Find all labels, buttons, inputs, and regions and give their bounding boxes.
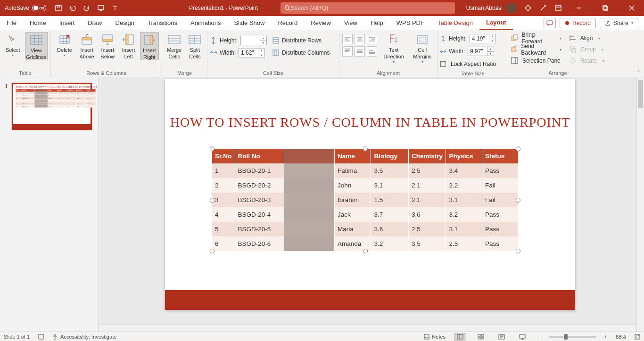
th-status[interactable]: Status xyxy=(482,149,518,163)
td-chem[interactable]: 3.5 xyxy=(67,105,77,108)
save-icon[interactable] xyxy=(55,4,62,12)
zoom-slider[interactable] xyxy=(549,336,596,338)
slideshow-view-button[interactable] xyxy=(516,333,528,341)
td-phys[interactable]: 2.5 xyxy=(76,105,86,108)
td-name[interactable]: Fatima xyxy=(334,163,371,178)
td-srno[interactable]: 2 xyxy=(212,178,235,193)
align-middle-button[interactable] xyxy=(355,46,365,57)
td-chem[interactable]: 3.6 xyxy=(408,207,446,222)
canvas-area[interactable]: HOW TO INSERT ROWS / COLUMN IN TABLE IN … xyxy=(99,77,644,332)
align-left-button[interactable] xyxy=(342,34,353,44)
td-srno[interactable]: 4 xyxy=(212,207,235,222)
tab-file[interactable]: File xyxy=(0,16,23,30)
td-name[interactable]: Amanda xyxy=(48,105,57,108)
slide[interactable]: HOW TO INSERT ROWS / COLUMN IN TABLE IN … xyxy=(165,79,575,310)
slide-sorter-view-button[interactable] xyxy=(475,333,487,341)
record-button[interactable]: Record xyxy=(560,18,596,28)
td-bio[interactable]: 3.5 xyxy=(371,163,409,178)
tab-help[interactable]: Help xyxy=(364,16,390,30)
slide-counter[interactable]: Slide 1 of 1 xyxy=(4,334,30,340)
tab-table-design[interactable]: Table Design xyxy=(431,16,479,30)
maximize-button[interactable] xyxy=(596,0,615,16)
td-chem[interactable]: 3.5 xyxy=(408,236,446,251)
td-phys[interactable]: 3.2 xyxy=(446,207,482,222)
td-newcol[interactable] xyxy=(284,193,335,207)
account-button[interactable]: Usman Abbasi xyxy=(466,3,517,13)
cell-height-input[interactable]: ▲▼ xyxy=(240,36,267,45)
fit-to-window-button[interactable] xyxy=(635,334,640,340)
td-phys[interactable]: 3.1 xyxy=(446,193,482,207)
align-right-button[interactable] xyxy=(367,34,377,44)
th-newcol[interactable] xyxy=(284,149,335,163)
td-newcol[interactable] xyxy=(284,178,335,193)
notes-button[interactable]: Notes xyxy=(424,334,446,340)
td-chem[interactable]: 2.5 xyxy=(408,163,446,178)
td-chem[interactable]: 2.5 xyxy=(408,222,446,236)
td-status[interactable]: Pass xyxy=(482,222,518,236)
customize-qat-icon[interactable] xyxy=(111,4,119,12)
distribute-columns-button[interactable]: Distribute Columns xyxy=(272,47,330,58)
th-roll[interactable]: Roll No xyxy=(235,149,284,163)
ribbon-display-icon[interactable] xyxy=(554,4,562,12)
minimize-button[interactable] xyxy=(570,0,588,16)
insert-below-button[interactable]: InsertBelow xyxy=(98,32,117,59)
td-roll[interactable]: BSGD-20-4 xyxy=(235,207,284,222)
td-phys[interactable]: 3.4 xyxy=(446,163,482,178)
collapse-ribbon-button[interactable]: ⌃ xyxy=(636,70,640,75)
cell-margins-button[interactable]: CellMargins▾ xyxy=(411,32,435,65)
table-width-input[interactable]: 9.97"▲▼ xyxy=(468,47,494,56)
td-newcol[interactable] xyxy=(34,105,48,108)
td-roll[interactable]: BSGD-20-6 xyxy=(22,105,34,108)
th-bio[interactable]: Biology xyxy=(371,149,409,163)
td-srno[interactable]: 6 xyxy=(16,105,22,108)
td-bio[interactable]: 3.7 xyxy=(371,207,409,222)
redo-icon[interactable] xyxy=(83,4,91,12)
zoom-level[interactable]: 68% xyxy=(616,334,626,340)
td-bio[interactable]: 3.1 xyxy=(371,178,409,193)
th-srno[interactable]: Sr.No xyxy=(212,149,235,163)
td-bio[interactable]: 1.5 xyxy=(371,193,409,207)
table-row[interactable]: 5BSGD-20-5Maria3.62.53.1Pass xyxy=(212,222,518,236)
search-input[interactable] xyxy=(291,5,452,11)
share-button[interactable]: Share▾ xyxy=(600,18,638,28)
td-srno[interactable]: 3 xyxy=(212,193,235,207)
table-row[interactable]: 2BSGD-20-2John3.12.12.2Fail xyxy=(212,178,518,193)
normal-view-button[interactable] xyxy=(454,333,466,341)
td-name[interactable]: Jack xyxy=(334,207,371,222)
close-button[interactable] xyxy=(622,0,641,16)
td-newcol[interactable] xyxy=(284,163,335,178)
tab-insert[interactable]: Insert xyxy=(53,16,82,30)
diamond-icon[interactable] xyxy=(524,4,532,12)
distribute-rows-button[interactable]: Distribute Rows xyxy=(272,35,330,46)
td-status[interactable]: Fail xyxy=(482,178,518,193)
insert-left-button[interactable]: InsertLeft xyxy=(119,32,138,59)
autosave-toggle[interactable]: AutoSave Off xyxy=(0,5,51,11)
td-roll[interactable]: BSGD-20-3 xyxy=(235,193,284,207)
vertical-scrollbar[interactable] xyxy=(636,77,644,332)
td-bio[interactable]: 3.6 xyxy=(371,222,409,236)
language-indicator[interactable] xyxy=(38,334,44,340)
align-objects-button[interactable]: Align▾ xyxy=(569,33,604,43)
merge-cells-button[interactable]: MergeCells xyxy=(165,32,184,59)
td-roll[interactable]: BSGD-20-1 xyxy=(235,163,284,178)
td-status[interactable]: Fail xyxy=(482,193,518,207)
td-phys[interactable]: 2.5 xyxy=(446,236,482,251)
slides-panel[interactable]: 1 HOW TO INSERT ROWS / COLUMN IN TABLE I… xyxy=(0,77,99,332)
slideshow-from-start-icon[interactable] xyxy=(97,4,105,12)
slide-table[interactable]: Sr.No Roll No Name Biology Chemistry Phy… xyxy=(212,149,518,251)
td-chem[interactable]: 2.1 xyxy=(408,193,446,207)
table-row[interactable]: 1BSGD-20-1Fatima3.52.53.4Pass xyxy=(212,163,518,178)
td-roll[interactable]: BSGD-20-6 xyxy=(235,236,284,251)
zoom-in-button[interactable]: + xyxy=(604,334,607,340)
select-button[interactable]: Select▾ xyxy=(3,32,23,58)
table-row[interactable]: 6BSGD-20-6Amanda3.23.52.5Pass xyxy=(16,105,95,108)
table-row[interactable]: 3BSGD-20-3Ibrahim1.52.13.1Fail xyxy=(212,193,518,207)
align-center-button[interactable] xyxy=(355,34,365,44)
tab-animations[interactable]: Animations xyxy=(184,16,227,30)
tab-transitions[interactable]: Transitions xyxy=(141,16,184,30)
td-chem[interactable]: 2.1 xyxy=(408,178,446,193)
tab-draw[interactable]: Draw xyxy=(81,16,108,30)
td-status[interactable]: Pass xyxy=(482,207,518,222)
bring-forward-button[interactable]: Bring Forward▾ xyxy=(511,33,561,43)
send-backward-button[interactable]: Send Backward▾ xyxy=(511,44,561,55)
